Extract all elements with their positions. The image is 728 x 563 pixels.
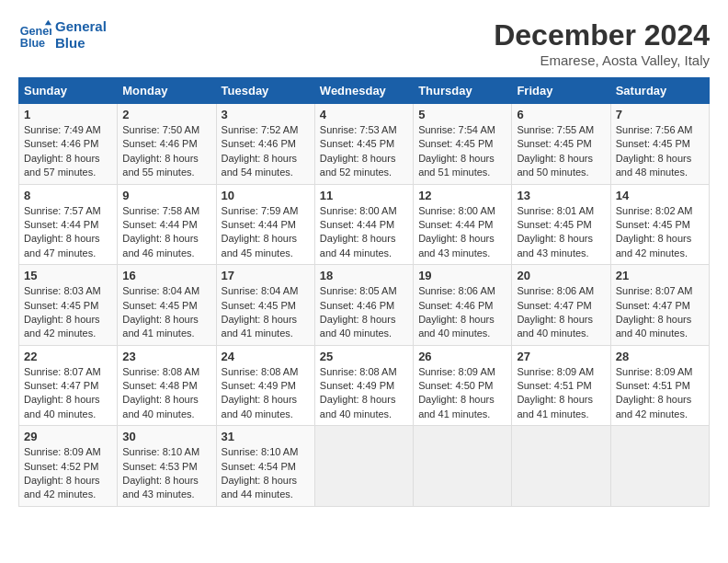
day-number: 20 [517,269,605,282]
calendar-cell: 11 Sunrise: 8:00 AMSunset: 4:44 PMDaylig… [314,184,413,265]
day-info: Sunrise: 8:09 AMSunset: 4:52 PMDaylight:… [24,445,112,502]
day-number: 17 [222,269,310,282]
day-info: Sunrise: 8:08 AMSunset: 4:49 PMDaylight:… [222,365,310,422]
day-number: 8 [24,189,112,202]
calendar-cell: 7 Sunrise: 7:56 AMSunset: 4:45 PMDayligh… [610,104,709,185]
svg-marker-2 [45,20,51,25]
day-number: 21 [616,269,704,282]
calendar-cell: 31 Sunrise: 8:10 AMSunset: 4:54 PMDaylig… [216,426,314,507]
day-info: Sunrise: 8:00 AMSunset: 4:44 PMDaylight:… [320,204,408,261]
day-number: 26 [418,350,506,363]
day-info: Sunrise: 8:07 AMSunset: 4:47 PMDaylight:… [616,284,704,341]
calendar-cell: 27 Sunrise: 8:09 AMSunset: 4:51 PMDaylig… [512,345,610,426]
day-info: Sunrise: 7:59 AMSunset: 4:44 PMDaylight:… [222,204,310,261]
weekday-header-sunday: Sunday [19,78,118,104]
day-info: Sunrise: 7:54 AMSunset: 4:45 PMDaylight:… [418,123,506,180]
calendar-cell: 2 Sunrise: 7:50 AMSunset: 4:46 PMDayligh… [118,104,216,185]
day-info: Sunrise: 8:09 AMSunset: 4:51 PMDaylight:… [616,365,704,422]
calendar-week-2: 8 Sunrise: 7:57 AMSunset: 4:44 PMDayligh… [19,184,710,265]
day-info: Sunrise: 8:09 AMSunset: 4:50 PMDaylight:… [418,365,506,422]
month-title: December 2024 [494,18,710,52]
day-info: Sunrise: 7:57 AMSunset: 4:44 PMDaylight:… [24,204,112,261]
day-number: 27 [517,350,605,363]
day-info: Sunrise: 8:07 AMSunset: 4:47 PMDaylight:… [24,365,112,422]
calendar-cell: 10 Sunrise: 7:59 AMSunset: 4:44 PMDaylig… [216,184,314,265]
calendar-cell: 1 Sunrise: 7:49 AMSunset: 4:46 PMDayligh… [19,104,118,185]
day-number: 5 [418,108,506,121]
day-number: 4 [320,108,408,121]
day-info: Sunrise: 8:09 AMSunset: 4:51 PMDaylight:… [517,365,605,422]
location-text: Emarese, Aosta Valley, Italy [494,52,710,68]
day-info: Sunrise: 7:53 AMSunset: 4:45 PMDaylight:… [320,123,408,180]
calendar-cell: 4 Sunrise: 7:53 AMSunset: 4:45 PMDayligh… [314,104,413,185]
day-info: Sunrise: 8:05 AMSunset: 4:46 PMDaylight:… [320,284,408,341]
weekday-header-saturday: Saturday [610,78,709,104]
day-number: 18 [320,269,408,282]
page-header: General Blue General Blue December 2024 … [18,18,710,68]
day-number: 10 [222,189,310,202]
calendar-cell: 5 Sunrise: 7:54 AMSunset: 4:45 PMDayligh… [414,104,512,185]
day-info: Sunrise: 8:08 AMSunset: 4:48 PMDaylight:… [122,365,210,422]
calendar-week-3: 15 Sunrise: 8:03 AMSunset: 4:45 PMDaylig… [19,265,710,346]
logo-text-general: General [55,18,107,35]
weekday-header-monday: Monday [118,78,216,104]
calendar-cell: 13 Sunrise: 8:01 AMSunset: 4:45 PMDaylig… [512,184,610,265]
calendar-cell: 25 Sunrise: 8:08 AMSunset: 4:49 PMDaylig… [314,345,413,426]
day-number: 14 [616,189,704,202]
day-number: 15 [24,269,112,282]
calendar-cell: 14 Sunrise: 8:02 AMSunset: 4:45 PMDaylig… [610,184,709,265]
weekday-header-tuesday: Tuesday [216,78,314,104]
day-info: Sunrise: 7:49 AMSunset: 4:46 PMDaylight:… [24,123,112,180]
day-info: Sunrise: 8:00 AMSunset: 4:44 PMDaylight:… [418,204,506,261]
day-info: Sunrise: 8:10 AMSunset: 4:53 PMDaylight:… [122,445,210,502]
day-number: 29 [24,430,112,443]
day-info: Sunrise: 8:04 AMSunset: 4:45 PMDaylight:… [222,284,310,341]
logo-text-blue: Blue [55,35,107,52]
day-number: 28 [616,350,704,363]
calendar-cell: 19 Sunrise: 8:06 AMSunset: 4:46 PMDaylig… [414,265,512,346]
logo: General Blue General Blue [18,18,107,52]
day-info: Sunrise: 8:03 AMSunset: 4:45 PMDaylight:… [24,284,112,341]
day-number: 23 [122,350,210,363]
day-info: Sunrise: 7:58 AMSunset: 4:44 PMDaylight:… [122,204,210,261]
day-number: 9 [122,189,210,202]
title-block: December 2024 Emarese, Aosta Valley, Ita… [494,18,710,68]
calendar-cell: 23 Sunrise: 8:08 AMSunset: 4:48 PMDaylig… [118,345,216,426]
day-number: 1 [24,108,112,121]
day-info: Sunrise: 7:55 AMSunset: 4:45 PMDaylight:… [517,123,605,180]
day-info: Sunrise: 8:02 AMSunset: 4:45 PMDaylight:… [616,204,704,261]
day-number: 30 [122,430,210,443]
day-info: Sunrise: 8:06 AMSunset: 4:46 PMDaylight:… [418,284,506,341]
day-number: 7 [616,108,704,121]
calendar-body: 1 Sunrise: 7:49 AMSunset: 4:46 PMDayligh… [19,104,710,507]
calendar-cell: 17 Sunrise: 8:04 AMSunset: 4:45 PMDaylig… [216,265,314,346]
calendar-cell: 16 Sunrise: 8:04 AMSunset: 4:45 PMDaylig… [118,265,216,346]
weekday-header-thursday: Thursday [414,78,512,104]
calendar-cell [314,426,413,507]
calendar-cell: 30 Sunrise: 8:10 AMSunset: 4:53 PMDaylig… [118,426,216,507]
day-number: 16 [122,269,210,282]
day-info: Sunrise: 8:10 AMSunset: 4:54 PMDaylight:… [222,445,310,502]
calendar-cell: 15 Sunrise: 8:03 AMSunset: 4:45 PMDaylig… [19,265,118,346]
day-info: Sunrise: 8:01 AMSunset: 4:45 PMDaylight:… [517,204,605,261]
day-info: Sunrise: 7:56 AMSunset: 4:45 PMDaylight:… [616,123,704,180]
day-number: 13 [517,189,605,202]
calendar-cell: 8 Sunrise: 7:57 AMSunset: 4:44 PMDayligh… [19,184,118,265]
weekday-header-friday: Friday [512,78,610,104]
day-number: 19 [418,269,506,282]
calendar-week-5: 29 Sunrise: 8:09 AMSunset: 4:52 PMDaylig… [19,426,710,507]
day-number: 3 [222,108,310,121]
calendar-week-4: 22 Sunrise: 8:07 AMSunset: 4:47 PMDaylig… [19,345,710,426]
calendar-table: SundayMondayTuesdayWednesdayThursdayFrid… [18,77,710,507]
calendar-cell: 20 Sunrise: 8:06 AMSunset: 4:47 PMDaylig… [512,265,610,346]
calendar-cell: 24 Sunrise: 8:08 AMSunset: 4:49 PMDaylig… [216,345,314,426]
day-number: 11 [320,189,408,202]
calendar-cell: 9 Sunrise: 7:58 AMSunset: 4:44 PMDayligh… [118,184,216,265]
day-number: 6 [517,108,605,121]
calendar-cell [414,426,512,507]
calendar-cell: 26 Sunrise: 8:09 AMSunset: 4:50 PMDaylig… [414,345,512,426]
day-number: 2 [122,108,210,121]
day-number: 24 [222,350,310,363]
calendar-cell: 6 Sunrise: 7:55 AMSunset: 4:45 PMDayligh… [512,104,610,185]
day-number: 12 [418,189,506,202]
